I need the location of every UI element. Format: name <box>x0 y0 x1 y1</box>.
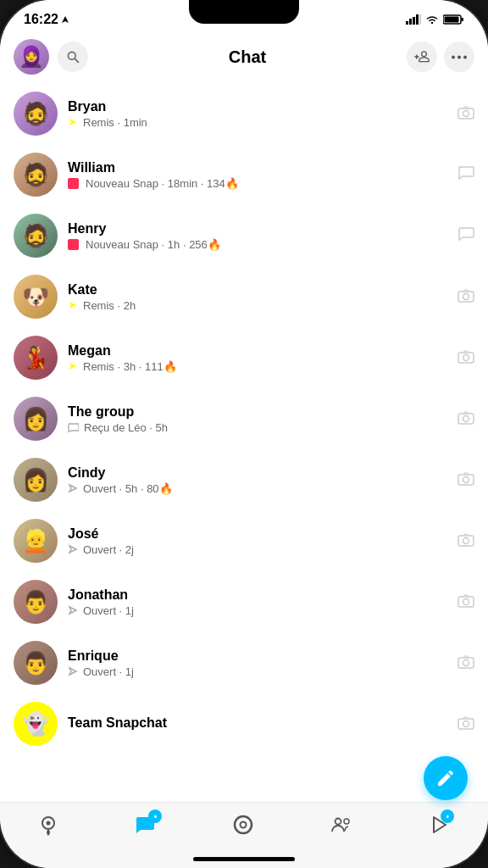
svg-marker-24 <box>69 363 76 370</box>
svg-point-17 <box>463 55 467 58</box>
chat-action[interactable] <box>458 348 474 368</box>
add-friend-button[interactable] <box>407 42 437 72</box>
chat-action[interactable] <box>458 715 474 734</box>
svg-marker-0 <box>62 16 69 23</box>
chat-avatar: 👨 <box>14 641 58 685</box>
chat-sub: Ouvert · 1j <box>68 604 447 617</box>
camera-icon <box>458 411 474 425</box>
svg-marker-21 <box>69 302 76 309</box>
chat-name: William <box>68 160 447 175</box>
chat-action[interactable] <box>458 226 474 246</box>
nav-item-chat[interactable]: • <box>133 813 157 837</box>
chat-info: Bryan Remis · 1min <box>68 99 447 129</box>
chat-info: Jonathan Ouvert · 1j <box>68 587 447 617</box>
chat-info: Kate Remis · 2h <box>68 282 447 312</box>
chat-name: Enrique <box>68 648 447 664</box>
chat-sub: Ouvert · 1j <box>68 665 447 678</box>
chat-action[interactable] <box>458 531 474 551</box>
chat-list-item[interactable]: 🐶 Kate Remis · 2h <box>0 266 488 327</box>
chat-sub: Reçu de Léo · 5h <box>68 421 447 434</box>
chat-action[interactable] <box>458 654 474 673</box>
chat-info: The group Reçu de Léo · 5h <box>68 404 447 434</box>
header-right <box>407 42 474 72</box>
chat-name: José <box>68 526 447 542</box>
profile-avatar[interactable]: 🧕 <box>14 39 49 75</box>
svg-point-47 <box>335 819 341 825</box>
chat-list-item[interactable]: 👻 Team Snapchat <box>0 693 488 754</box>
chat-info: José Ouvert · 2j <box>68 526 447 556</box>
svg-marker-32 <box>69 546 76 553</box>
nav-item-friends[interactable] <box>330 813 353 837</box>
chat-name: Jonathan <box>68 587 447 603</box>
camera-icon <box>458 106 474 120</box>
chat-avatar: 🧔 <box>14 214 58 258</box>
svg-marker-38 <box>69 668 76 675</box>
search-button[interactable] <box>58 42 88 72</box>
friends-nav-icon <box>330 813 353 837</box>
chat-info: Enrique Ouvert · 1j <box>68 648 447 678</box>
chat-list-item[interactable]: 🧔 Bryan Remis · 1min <box>0 83 488 144</box>
chat-sub: Remis · 3h · 111🔥 <box>68 360 447 373</box>
svg-point-15 <box>452 55 455 58</box>
nav-item-spotlight[interactable]: • <box>427 813 451 837</box>
svg-rect-3 <box>413 17 415 25</box>
chat-list-item[interactable]: 👨 Enrique Ouvert · 1j <box>0 632 488 693</box>
svg-point-28 <box>463 415 469 421</box>
chat-action[interactable] <box>458 593 474 612</box>
svg-marker-35 <box>69 607 76 614</box>
chat-avatar: 🧔 <box>14 92 58 136</box>
camera-icon <box>458 350 474 364</box>
more-button[interactable] <box>444 42 474 72</box>
chat-action[interactable] <box>458 287 474 307</box>
chat-list-item[interactable]: 🧔 William Nouveau Snap · 18min · 134🔥 <box>0 144 488 205</box>
chat-avatar: 💃 <box>14 336 58 380</box>
status-time: 16:22 <box>24 12 69 27</box>
svg-point-46 <box>240 822 246 828</box>
more-icon <box>452 55 467 59</box>
chat-info: Cindy Ouvert · 5h · 80🔥 <box>68 465 447 495</box>
svg-point-42 <box>463 721 469 726</box>
compose-icon <box>435 768 456 788</box>
chat-list-item[interactable]: 👨 Jonathan Ouvert · 1j <box>0 571 488 632</box>
chat-action[interactable] <box>458 104 474 124</box>
svg-point-45 <box>235 816 252 833</box>
nav-item-map[interactable] <box>37 814 59 836</box>
bottom-nav: • <box>0 802 488 854</box>
svg-point-6 <box>431 22 433 24</box>
status-icons <box>406 14 464 25</box>
phone-screen: 16:22 <box>0 0 488 868</box>
camera-icon <box>458 594 474 608</box>
chat-action[interactable] <box>458 409 474 429</box>
chat-sub: Ouvert · 5h · 80🔥 <box>68 482 447 495</box>
chat-name: Megan <box>68 343 447 359</box>
svg-rect-5 <box>419 14 421 25</box>
svg-marker-18 <box>69 119 76 125</box>
home-indicator-bar <box>0 854 488 868</box>
svg-point-34 <box>463 537 469 543</box>
chat-action[interactable] <box>458 165 474 185</box>
signal-icon <box>406 14 421 25</box>
chat-avatar: 🧔 <box>14 153 58 197</box>
camera-icon <box>458 533 474 547</box>
chat-avatar: 👱 <box>14 519 58 563</box>
chat-name: Bryan <box>68 99 447 114</box>
chat-action[interactable] <box>458 470 474 490</box>
chat-list-item[interactable]: 🧔 Henry Nouveau Snap · 1h · 256🔥 <box>0 205 488 266</box>
camera-icon <box>458 716 474 730</box>
svg-rect-9 <box>444 17 458 23</box>
svg-rect-8 <box>461 18 463 21</box>
svg-point-48 <box>344 819 349 824</box>
chat-sub: Nouveau Snap · 1h · 256🔥 <box>68 238 447 251</box>
svg-rect-1 <box>406 21 408 25</box>
camera-icon <box>458 472 474 486</box>
nav-item-camera[interactable] <box>231 813 255 837</box>
chat-info: Henry Nouveau Snap · 1h · 256🔥 <box>68 221 447 251</box>
compose-fab[interactable] <box>424 756 468 800</box>
chat-list-item[interactable]: 💃 Megan Remis · 3h · 111🔥 <box>0 327 488 388</box>
chat-list-item[interactable]: 👩 Cindy Ouvert · 5h · 80🔥 <box>0 449 488 510</box>
page-title: Chat <box>88 47 407 67</box>
chat-info: Team Snapchat <box>68 715 447 732</box>
svg-marker-29 <box>69 485 76 492</box>
chat-list-item[interactable]: 👱 José Ouvert · 2j <box>0 510 488 571</box>
chat-list-item[interactable]: 👩 The group Reçu de Léo · 5h <box>0 388 488 449</box>
